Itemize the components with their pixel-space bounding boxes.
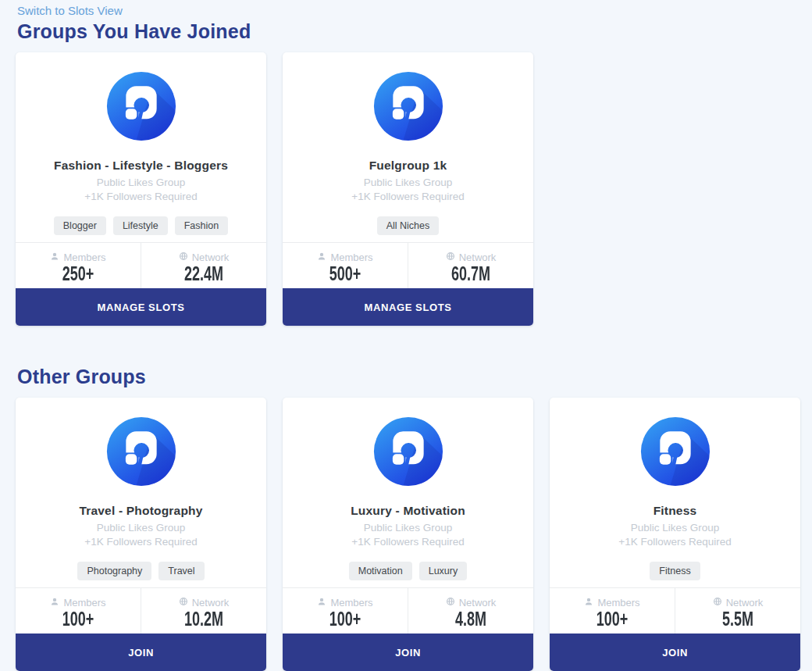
group-card: Fitness Public Likes Group +1K Followers… bbox=[550, 398, 800, 671]
group-requirement: +1K Followers Required bbox=[16, 535, 266, 549]
group-type: Public Likes Group bbox=[283, 521, 533, 535]
globe-icon bbox=[179, 597, 188, 609]
switch-to-slots-view-link[interactable]: Switch to Slots View bbox=[17, 4, 123, 17]
globe-icon bbox=[446, 597, 455, 609]
fuelgram-logo-icon bbox=[639, 416, 711, 487]
members-value: 100+ bbox=[567, 609, 657, 630]
group-type: Public Likes Group bbox=[283, 176, 533, 190]
group-title: Travel - Photography bbox=[16, 504, 266, 518]
group-stats: Members 100+ Network 10.2M bbox=[16, 587, 266, 634]
members-stat: Members 500+ bbox=[283, 243, 408, 288]
network-value: 22.4M bbox=[158, 263, 248, 284]
niche-tags: MotivationLuxury bbox=[283, 562, 533, 580]
network-stat: Network 60.7M bbox=[408, 243, 533, 288]
card-action-button[interactable]: JOIN bbox=[283, 634, 533, 671]
group-stats: Members 100+ Network 5.5M bbox=[550, 587, 800, 634]
page-root: Switch to Slots View Groups You Have Joi… bbox=[0, 0, 812, 671]
members-stat: Members 250+ bbox=[16, 243, 141, 288]
card-action-button[interactable]: JOIN bbox=[550, 634, 800, 671]
members-value: 500+ bbox=[300, 263, 390, 284]
network-value: 4.8M bbox=[426, 609, 515, 630]
network-stat: Network 5.5M bbox=[675, 588, 800, 634]
group-title: Fashion - Lifestyle - Bloggers bbox=[16, 159, 266, 173]
group-stats: Members 100+ Network 4.8M bbox=[283, 587, 533, 634]
network-stat: Network 10.2M bbox=[141, 588, 266, 634]
niche-tag: Photography bbox=[77, 562, 151, 580]
other-groups-title: Other Groups bbox=[17, 366, 812, 388]
group-card: Luxury - Motivation Public Likes Group +… bbox=[283, 398, 533, 671]
globe-icon bbox=[713, 597, 722, 609]
joined-groups-title: Groups You Have Joined bbox=[17, 20, 812, 43]
group-type: Public Likes Group bbox=[16, 176, 266, 190]
members-label: Members bbox=[63, 252, 105, 263]
network-stat: Network 22.4M bbox=[141, 243, 266, 288]
group-type: Public Likes Group bbox=[16, 521, 266, 535]
niche-tag: Lifestyle bbox=[113, 216, 168, 235]
member-icon bbox=[317, 252, 326, 263]
member-icon bbox=[50, 597, 59, 609]
members-label: Members bbox=[330, 597, 372, 609]
network-stat: Network 4.8M bbox=[408, 588, 533, 634]
group-stats: Members 250+ Network 22.4M bbox=[16, 242, 266, 288]
members-label: Members bbox=[330, 252, 372, 263]
fuelgram-logo-icon bbox=[372, 70, 444, 142]
group-subtitle: Public Likes Group +1K Followers Require… bbox=[283, 521, 533, 548]
group-requirement: +1K Followers Required bbox=[283, 190, 533, 204]
fuelgram-logo-icon bbox=[105, 70, 177, 142]
group-card: Fuelgroup 1k Public Likes Group +1K Foll… bbox=[283, 52, 533, 326]
network-label: Network bbox=[459, 252, 497, 263]
network-label: Network bbox=[459, 597, 497, 609]
group-subtitle: Public Likes Group +1K Followers Require… bbox=[550, 521, 800, 548]
members-value: 100+ bbox=[300, 609, 390, 630]
network-label: Network bbox=[726, 597, 764, 609]
joined-groups-row: Fashion - Lifestyle - Bloggers Public Li… bbox=[16, 52, 812, 326]
group-subtitle: Public Likes Group +1K Followers Require… bbox=[16, 176, 266, 203]
group-card: Fashion - Lifestyle - Bloggers Public Li… bbox=[16, 52, 266, 326]
group-card: Travel - Photography Public Likes Group … bbox=[16, 398, 266, 671]
network-value: 10.2M bbox=[158, 609, 248, 630]
group-subtitle: Public Likes Group +1K Followers Require… bbox=[16, 521, 266, 548]
group-card-body: Fashion - Lifestyle - Bloggers Public Li… bbox=[16, 52, 266, 242]
niche-tag: Fitness bbox=[650, 562, 700, 580]
group-card-body: Fuelgroup 1k Public Likes Group +1K Foll… bbox=[283, 52, 533, 242]
card-action-button[interactable]: MANAGE SLOTS bbox=[16, 288, 266, 326]
network-label: Network bbox=[192, 252, 230, 263]
niche-tag: Travel bbox=[158, 562, 204, 580]
group-requirement: +1K Followers Required bbox=[16, 190, 266, 204]
network-value: 60.7M bbox=[426, 263, 515, 284]
group-title: Fitness bbox=[550, 504, 800, 518]
globe-icon bbox=[446, 252, 455, 263]
fuelgram-logo-icon bbox=[105, 416, 177, 487]
members-label: Members bbox=[63, 597, 105, 609]
top-bar: Switch to Slots View bbox=[0, 0, 812, 18]
members-value: 250+ bbox=[33, 263, 123, 284]
niche-tags: BloggerLifestyleFashion bbox=[16, 216, 266, 235]
other-groups-row: Travel - Photography Public Likes Group … bbox=[16, 398, 812, 671]
niche-tags: PhotographyTravel bbox=[16, 562, 266, 580]
group-card-body: Luxury - Motivation Public Likes Group +… bbox=[283, 398, 533, 587]
niche-tag: Motivation bbox=[349, 562, 412, 580]
group-type: Public Likes Group bbox=[550, 521, 800, 535]
members-value: 100+ bbox=[33, 609, 123, 630]
network-label: Network bbox=[192, 597, 230, 609]
members-stat: Members 100+ bbox=[16, 588, 141, 634]
group-requirement: +1K Followers Required bbox=[550, 535, 800, 549]
members-label: Members bbox=[597, 597, 639, 609]
group-title: Fuelgroup 1k bbox=[283, 159, 533, 173]
members-stat: Members 100+ bbox=[550, 588, 675, 634]
niche-tag: Luxury bbox=[419, 562, 468, 580]
niche-tag: All Niches bbox=[377, 216, 440, 235]
niche-tag: Blogger bbox=[54, 216, 106, 235]
group-stats: Members 500+ Network 60.7M bbox=[283, 242, 533, 288]
card-action-button[interactable]: JOIN bbox=[16, 634, 266, 671]
network-value: 5.5M bbox=[693, 609, 782, 630]
fuelgram-logo-icon bbox=[372, 416, 444, 487]
card-action-button[interactable]: MANAGE SLOTS bbox=[283, 288, 533, 326]
group-card-body: Fitness Public Likes Group +1K Followers… bbox=[550, 398, 800, 587]
group-requirement: +1K Followers Required bbox=[283, 535, 533, 549]
group-subtitle: Public Likes Group +1K Followers Require… bbox=[283, 176, 533, 203]
members-stat: Members 100+ bbox=[283, 588, 408, 634]
member-icon bbox=[584, 597, 593, 609]
niche-tags: Fitness bbox=[550, 562, 800, 580]
niche-tag: Fashion bbox=[175, 216, 228, 235]
